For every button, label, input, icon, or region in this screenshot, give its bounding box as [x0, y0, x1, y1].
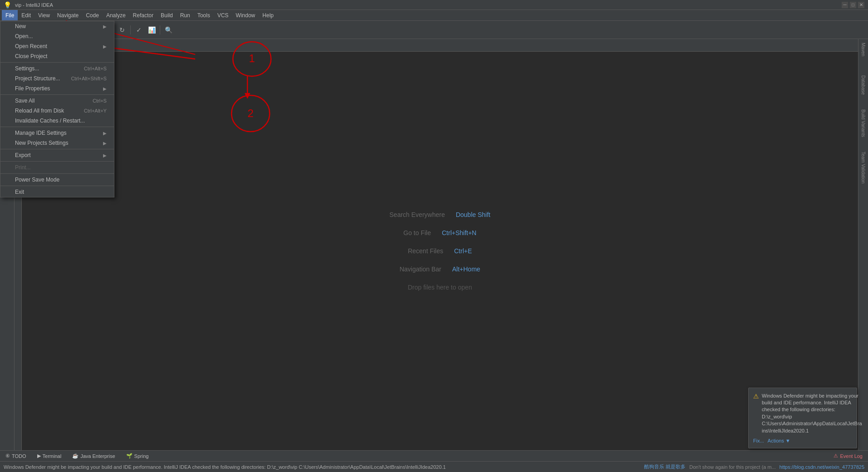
- title-bar-left: 💡 vip - IntelliJ IDEA: [4, 1, 53, 9]
- toolbar-sep4: [130, 25, 131, 34]
- notification-popup: ⚠ Windows Defender might be impacting yo…: [748, 388, 857, 448]
- menu-edit[interactable]: Edit: [18, 10, 35, 20]
- sep4: [0, 149, 114, 149]
- tab-todo[interactable]: ⑥ TODO: [4, 452, 28, 460]
- menu-file-properties[interactable]: File Properties ▶: [0, 84, 114, 93]
- sep7: [0, 186, 114, 186]
- menu-export[interactable]: Export ▶: [0, 150, 114, 160]
- menu-invalidate-caches[interactable]: Invalidate Caches / Restart...: [0, 116, 114, 126]
- notification-header: ⚠ Windows Defender might be impacting yo…: [753, 393, 852, 434]
- menu-window[interactable]: Window: [232, 10, 259, 20]
- main-layout: 📁 🔖 📐 ★ 🌐 1: Project 2: Structure ⚙ ⊞ ⚙ …: [0, 39, 868, 450]
- status-dont-show: Don't show again for this project (a m..…: [689, 464, 775, 470]
- maximize-button[interactable]: □: [850, 2, 856, 8]
- menu-refactor[interactable]: Refactor: [129, 10, 157, 20]
- window-title: vip - IntelliJ IDEA: [15, 2, 53, 8]
- team-validation-label[interactable]: Team Validation: [860, 150, 866, 185]
- menu-new[interactable]: New ▶: [0, 21, 114, 31]
- fix-link[interactable]: Fix...: [753, 438, 764, 443]
- menu-file[interactable]: File: [2, 10, 18, 20]
- todo-icon: ⑥: [5, 453, 10, 459]
- reload-all-label: Reload All from Disk: [15, 108, 64, 114]
- manage-ide-arrow: ▶: [103, 131, 107, 136]
- spring-label: Spring: [134, 453, 149, 459]
- status-right: 酷狗音乐 就是歌多 Don't show again for this proj…: [644, 463, 864, 470]
- search-everywhere-btn[interactable]: 🔍: [163, 25, 174, 35]
- database-panel-label[interactable]: Database: [860, 74, 866, 97]
- actions-link[interactable]: Actions ▼: [768, 438, 790, 443]
- menu-run[interactable]: Run: [177, 10, 194, 20]
- open-recent-label: Open Recent: [15, 43, 47, 49]
- sync-button[interactable]: ↻: [117, 25, 128, 35]
- event-log-icon: ⚠: [833, 453, 838, 459]
- editor-welcome: Search Everywhere Double Shift Go to Fil…: [22, 52, 858, 450]
- menu-save-all[interactable]: Save All Ctrl+S: [0, 96, 114, 106]
- menu-reload-all[interactable]: Reload All from Disk Ctrl+Alt+Y: [0, 106, 114, 116]
- notification-actions: Fix... Actions ▼: [753, 438, 852, 443]
- event-log-label: Event Log: [840, 453, 863, 459]
- hint-navigation-bar: Navigation Bar Alt+Home: [399, 266, 480, 273]
- menu-vcs[interactable]: VCS: [214, 10, 232, 20]
- sep1: [0, 62, 114, 63]
- build-variants-label[interactable]: Build Variants: [860, 108, 866, 139]
- menu-settings[interactable]: Settings... Ctrl+Alt+S: [0, 64, 114, 74]
- notification-body: Windows Defender might be impacting your…: [762, 393, 862, 434]
- minimize-button[interactable]: ─: [842, 2, 848, 8]
- menu-analyze[interactable]: Analyze: [103, 10, 129, 20]
- menu-help[interactable]: Help: [259, 10, 277, 20]
- file-properties-label: File Properties: [15, 85, 50, 92]
- title-bar: 💡 vip - IntelliJ IDEA ─ □ ✕: [0, 0, 868, 10]
- menu-power-save[interactable]: Power Save Mode: [0, 175, 114, 185]
- menu-navigate[interactable]: Navigate: [54, 10, 82, 20]
- new-label: New: [15, 23, 26, 30]
- java-enterprise-label: Java Enterprise: [80, 453, 115, 459]
- event-log-tab[interactable]: ⚠ Event Log: [832, 452, 864, 460]
- toolbar: vip ◀ ▶ ▶ 🐛 ⚙ ■ 🔨 ↻ ✓ 📊 🔍: [0, 21, 868, 39]
- menu-new-projects-settings[interactable]: New Projects Settings ▶: [0, 138, 114, 148]
- open-label: Open...: [15, 33, 33, 39]
- save-all-label: Save All: [15, 98, 35, 104]
- menu-bar: File Edit View Navigate Code Analyze Ref…: [0, 10, 868, 21]
- exit-label: Exit: [15, 189, 24, 195]
- sep6: [0, 173, 114, 174]
- file-menu-panel: New ▶ Open... Open Recent ▶ Close Projec…: [0, 21, 114, 197]
- tab-terminal[interactable]: ▶ Terminal: [35, 452, 64, 460]
- coverage-button[interactable]: 📊: [146, 25, 157, 35]
- project-structure-shortcut: Ctrl+Alt+Shift+S: [71, 76, 107, 81]
- menu-view[interactable]: View: [35, 10, 54, 20]
- status-url[interactable]: https://blog.csdn.net/weixin_47737825: [779, 464, 864, 470]
- tab-java-enterprise[interactable]: ☕ Java Enterprise: [70, 452, 117, 460]
- menu-exit[interactable]: Exit: [0, 187, 114, 197]
- run-tests-button[interactable]: ✓: [133, 25, 144, 35]
- hint-recent-files: Recent Files Ctrl+E: [408, 247, 472, 255]
- power-save-label: Power Save Mode: [15, 177, 59, 183]
- menu-build[interactable]: Build: [157, 10, 177, 20]
- bottom-bar: ⑥ TODO ▶ Terminal ☕ Java Enterprise 🌱 Sp…: [0, 450, 868, 461]
- manage-ide-label: Manage IDE Settings: [15, 130, 66, 136]
- menu-project-structure[interactable]: Project Structure... Ctrl+Alt+Shift+S: [0, 74, 114, 84]
- menu-open-recent[interactable]: Open Recent ▶: [0, 41, 114, 51]
- status-bar: Windows Defender might be impacting your…: [0, 461, 868, 472]
- settings-shortcut: Ctrl+Alt+S: [84, 66, 107, 71]
- menu-print: Print...: [0, 162, 114, 172]
- toolbar-sep5: [160, 25, 160, 34]
- project-structure-label: Project Structure...: [15, 75, 60, 82]
- maven-panel-label[interactable]: Maven: [860, 41, 866, 58]
- right-sidebar: Maven Database Build Variants Team Valid…: [858, 39, 868, 450]
- export-arrow: ▶: [103, 153, 107, 158]
- invalidate-caches-label: Invalidate Caches / Restart...: [15, 118, 85, 124]
- file-properties-arrow: ▶: [103, 86, 107, 91]
- window-controls[interactable]: ─ □ ✕: [842, 2, 864, 8]
- todo-label: TODO: [12, 453, 26, 459]
- close-button[interactable]: ✕: [858, 2, 864, 8]
- menu-close-project[interactable]: Close Project: [0, 51, 114, 61]
- sep3: [0, 127, 114, 127]
- hint-go-to-file: Go to File Ctrl+Shift+N: [404, 229, 477, 236]
- hint-search-everywhere: Search Everywhere Double Shift: [390, 211, 490, 218]
- tab-spring[interactable]: 🌱 Spring: [124, 452, 151, 460]
- menu-tools[interactable]: Tools: [194, 10, 214, 20]
- menu-open[interactable]: Open...: [0, 31, 114, 41]
- menu-code[interactable]: Code: [82, 10, 103, 20]
- menu-manage-ide[interactable]: Manage IDE Settings ▶: [0, 128, 114, 138]
- app-icon: 💡: [4, 1, 11, 9]
